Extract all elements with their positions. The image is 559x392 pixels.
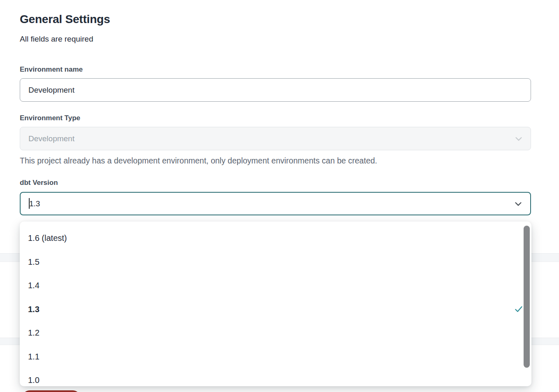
environment-name-input[interactable] bbox=[20, 78, 531, 102]
dropdown-option-label: 1.1 bbox=[28, 352, 40, 362]
dropdown-option-label: 1.4 bbox=[28, 281, 40, 290]
text-caret bbox=[29, 198, 30, 209]
page-title: General Settings bbox=[20, 13, 110, 26]
general-settings-page: General Settings All fields are required… bbox=[0, 0, 559, 392]
dropdown-option-1.0[interactable]: 1.0 bbox=[20, 369, 531, 386]
dropdown-option-1.2[interactable]: 1.2 bbox=[20, 321, 531, 345]
dropdown-option-label: 1.0 bbox=[28, 376, 40, 385]
dropdown-option-1.6-latest-[interactable]: 1.6 (latest) bbox=[20, 226, 531, 250]
dropdown-option-1.3[interactable]: 1.3 bbox=[20, 298, 531, 322]
chevron-down-icon[interactable] bbox=[514, 199, 523, 208]
dropdown-option-label: 1.2 bbox=[28, 328, 40, 338]
environment-type-value: Development bbox=[28, 134, 75, 143]
delete-danger-button[interactable] bbox=[21, 390, 81, 392]
dbt-version-value: 1.3 bbox=[29, 199, 40, 208]
dropdown-option-label: 1.3 bbox=[28, 305, 40, 314]
checkmark-icon bbox=[515, 306, 522, 313]
dropdown-option-label: 1.6 (latest) bbox=[28, 233, 67, 243]
dropdown-option-1.4[interactable]: 1.4 bbox=[20, 274, 531, 298]
dropdown-option-label: 1.5 bbox=[28, 257, 40, 267]
dropdown-option-1.5[interactable]: 1.5 bbox=[20, 250, 531, 274]
dbt-version-label: dbt Version bbox=[20, 179, 58, 187]
dropdown-scrollbar[interactable] bbox=[524, 226, 530, 368]
dropdown-option-1.1[interactable]: 1.1 bbox=[20, 345, 531, 369]
dropdown-options-container: 1.6 (latest)1.51.41.31.21.11.0 bbox=[20, 226, 531, 386]
page-subtitle: All fields are required bbox=[20, 35, 93, 44]
environment-type-label: Environment Type bbox=[20, 114, 80, 122]
chevron-down-icon bbox=[514, 134, 523, 143]
environment-type-select: Development bbox=[20, 127, 531, 150]
environment-name-label: Environment name bbox=[20, 65, 83, 74]
dbt-version-listbox: 1.6 (latest)1.51.41.31.21.11.0 bbox=[20, 222, 531, 386]
dbt-version-combobox[interactable]: 1.3 bbox=[20, 192, 531, 215]
environment-type-help-text: This project already has a development e… bbox=[20, 156, 473, 166]
